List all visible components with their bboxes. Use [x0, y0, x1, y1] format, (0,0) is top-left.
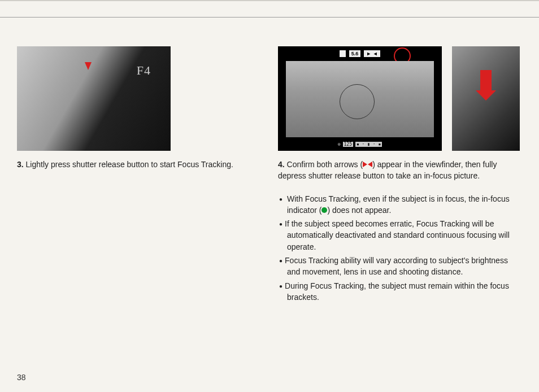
- bullet-1a: With Focus Tracking, even if the subject…: [287, 194, 510, 215]
- left-image-row: [17, 46, 261, 151]
- af-ring-icon: [340, 84, 375, 119]
- bullet-3-text: Focus Tracking ability will vary accordi…: [285, 256, 508, 276]
- big-down-arrow-icon: [480, 70, 492, 92]
- left-column: 3. Lightly press shutter release button …: [17, 46, 261, 305]
- step4-photo: [452, 46, 520, 151]
- top-divider: [0, 17, 539, 18]
- step3-text: 3. Lightly press shutter release button …: [17, 159, 261, 170]
- vf-bottom-readout: ⊙ 125 ▪ · ▮ · ▪: [278, 140, 442, 151]
- inline-arrows-icon: [363, 162, 372, 167]
- bullet-3: Focus Tracking ability will vary accordi…: [279, 255, 522, 278]
- vf-scale: ▪ · ▮ · ▪: [355, 142, 382, 147]
- vf-shutter: 125: [343, 142, 353, 147]
- vf-top-readout: 5.6 ► ◄: [278, 46, 442, 59]
- bullet-list: With Focus Tracking, even if the subject…: [278, 193, 522, 306]
- manual-page: 3. Lightly press shutter release button …: [0, 0, 539, 392]
- green-dot-icon: [321, 207, 327, 213]
- step4-number: 4.: [278, 160, 285, 169]
- bullet-1b: does not appear.: [332, 206, 391, 215]
- right-image-row: 5.6 ► ◄ ⊙ 125 ▪ · ▮ · ▪: [278, 46, 522, 151]
- step3-photo: [17, 46, 171, 151]
- page-number: 38: [17, 373, 26, 382]
- down-arrow-icon: [85, 62, 92, 70]
- bullet-4-text: During Focus Tracking, the subject must …: [285, 281, 509, 302]
- viewfinder-photo: 5.6 ► ◄ ⊙ 125 ▪ · ▮ · ▪: [278, 46, 442, 151]
- vf-box-1: [340, 50, 346, 57]
- right-column: 5.6 ► ◄ ⊙ 125 ▪ · ▮ · ▪: [278, 46, 522, 305]
- vf-scene: [286, 61, 434, 137]
- bullet-2-text: If the subject speed becomes erratic, Fo…: [285, 219, 510, 251]
- vf-meter-icon: ⊙: [338, 142, 341, 147]
- step3-body: Lightly press shutter release button to …: [26, 160, 233, 169]
- step4-body-a: Confirm both arrows: [287, 160, 360, 169]
- vf-arrows: ► ◄: [364, 50, 380, 57]
- vf-aperture: 5.6: [349, 50, 361, 57]
- step4-text: 4. Confirm both arrows () appear in the …: [278, 159, 522, 182]
- content-columns: 3. Lightly press shutter release button …: [0, 1, 539, 305]
- bullet-4: During Focus Tracking, the subject must …: [279, 280, 522, 303]
- bullet-2: If the subject speed becomes erratic, Fo…: [279, 218, 522, 252]
- bullet-1: With Focus Tracking, even if the subject…: [279, 193, 522, 216]
- step3-number: 3.: [17, 160, 24, 169]
